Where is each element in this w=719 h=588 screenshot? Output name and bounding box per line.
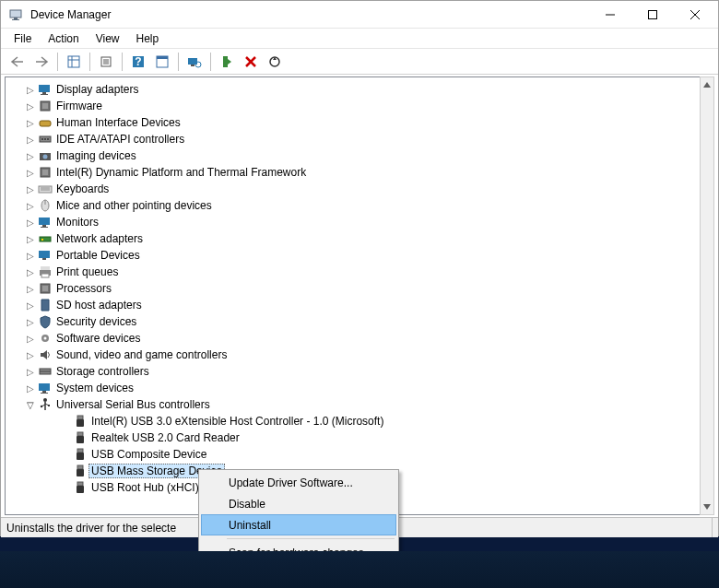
enable-button[interactable] [216, 51, 238, 73]
device-icon [37, 231, 53, 246]
expand-icon[interactable]: ▷ [24, 234, 37, 244]
maximize-button[interactable] [631, 1, 674, 29]
expand-icon[interactable]: ▷ [24, 251, 37, 261]
ctx-uninstall[interactable]: Uninstall [201, 514, 396, 535]
ctx-disable[interactable]: Disable [201, 493, 396, 514]
expand-icon[interactable]: ▷ [24, 334, 37, 344]
update-driver-button[interactable] [264, 51, 286, 73]
svg-rect-76 [77, 469, 84, 476]
properties-button[interactable] [95, 51, 117, 73]
expand-icon[interactable]: ▷ [24, 300, 37, 311]
svg-rect-77 [77, 482, 83, 486]
tree-category-usb[interactable]: ▽Universal Serial Bus controllers [6, 396, 701, 413]
expand-icon[interactable]: ▷ [24, 350, 37, 360]
tree-label: Portable Devices [53, 248, 143, 263]
tree-category[interactable]: ▷Keyboards [6, 181, 701, 197]
svg-rect-68 [48, 405, 50, 406]
svg-rect-51 [41, 266, 50, 270]
minimize-button[interactable] [589, 1, 631, 29]
tree-category[interactable]: ▷Imaging devices [6, 147, 701, 164]
svg-rect-62 [41, 393, 48, 394]
tree-label: System devices [53, 381, 136, 395]
menu-help[interactable]: Help [129, 30, 167, 47]
tree-category[interactable]: ▷Processors [6, 280, 701, 297]
svg-rect-53 [41, 274, 49, 277]
expand-icon[interactable]: ▷ [24, 101, 37, 112]
taskbar[interactable] [0, 551, 719, 588]
tree-category[interactable]: ▷Human Interface Devices [6, 114, 701, 131]
tree-category[interactable]: ▷Monitors [6, 214, 701, 230]
svg-rect-38 [42, 170, 48, 175]
svg-rect-74 [77, 453, 84, 460]
tree-category[interactable]: ▷SD host adapters [6, 297, 701, 313]
expand-icon[interactable]: ▷ [24, 317, 37, 327]
scroll-down-button[interactable] [701, 500, 713, 514]
expand-icon[interactable]: ▷ [24, 184, 37, 194]
usb-device-icon [72, 480, 88, 495]
menu-view[interactable]: View [88, 30, 127, 47]
scroll-up-button[interactable] [701, 77, 713, 92]
svg-point-67 [41, 406, 42, 407]
forward-button[interactable] [30, 51, 53, 73]
tree-category[interactable]: ▷Intel(R) Dynamic Platform and Thermal F… [6, 164, 701, 181]
show-hide-tree-button[interactable] [63, 51, 85, 73]
tree-category[interactable]: ▷Network adapters [6, 230, 701, 247]
scan-hardware-button[interactable] [183, 51, 206, 73]
tree-category[interactable]: ▷Firmware [6, 98, 701, 114]
device-tree[interactable]: ▷Display adapters▷Firmware▷Human Interfa… [5, 76, 701, 515]
toolbar-separator [210, 53, 211, 71]
svg-rect-50 [42, 258, 46, 260]
action-button[interactable] [151, 51, 173, 73]
device-icon [37, 148, 53, 163]
tree-category[interactable]: ▷Security devices [6, 313, 701, 330]
expand-icon[interactable]: ▷ [24, 267, 37, 277]
expand-icon[interactable]: ▷ [24, 118, 37, 128]
svg-rect-21 [223, 56, 228, 67]
tree-label: Software devices [53, 331, 143, 346]
svg-rect-75 [77, 465, 83, 469]
tree-category[interactable]: ▷Software devices [6, 330, 701, 347]
collapse-icon[interactable]: ▽ [24, 400, 37, 410]
tree-category[interactable]: ▷Display adapters [6, 81, 701, 98]
svg-rect-61 [42, 391, 46, 393]
tree-category[interactable]: ▷Storage controllers [6, 363, 701, 380]
expand-icon[interactable]: ▷ [24, 284, 37, 294]
close-button[interactable] [674, 1, 716, 29]
svg-text:?: ? [135, 55, 141, 68]
tree-item-usb-device[interactable]: USB Composite Device [6, 446, 701, 463]
tree-category[interactable]: ▷System devices [6, 380, 701, 396]
expand-icon[interactable]: ▷ [24, 151, 37, 161]
tree-item-usb-device[interactable]: Intel(R) USB 3.0 eXtensible Host Control… [6, 413, 701, 429]
tree-category[interactable]: ▷Print queues [6, 264, 701, 280]
svg-point-57 [44, 337, 47, 340]
tree-category[interactable]: ▷Portable Devices [6, 247, 701, 264]
expand-icon[interactable]: ▷ [24, 367, 37, 377]
tree-label: Keyboards [53, 182, 112, 196]
help-button[interactable]: ? [127, 51, 149, 73]
vertical-scrollbar[interactable] [700, 76, 714, 515]
expand-icon[interactable]: ▷ [24, 135, 37, 145]
uninstall-button[interactable] [240, 51, 262, 73]
status-text: Uninstalls the driver for the selecte [6, 522, 176, 535]
expand-icon[interactable]: ▷ [24, 383, 37, 394]
device-icon [37, 331, 53, 346]
svg-point-33 [44, 138, 46, 140]
expand-icon[interactable]: ▷ [24, 201, 37, 211]
tree-label: Intel(R) USB 3.0 eXtensible Host Control… [88, 414, 386, 429]
tree-item-usb-device[interactable]: Realtek USB 2.0 Card Reader [6, 429, 701, 446]
back-button[interactable] [6, 51, 29, 73]
tree-category[interactable]: ▷Mice and other pointing devices [6, 197, 701, 214]
expand-icon[interactable]: ▷ [24, 85, 37, 95]
tree-category[interactable]: ▷Sound, video and game controllers [6, 347, 701, 363]
tree-label: Universal Serial Bus controllers [53, 397, 213, 412]
menu-action[interactable]: Action [41, 30, 86, 47]
menu-file[interactable]: File [6, 30, 39, 47]
toolbar-separator [57, 53, 58, 71]
tree-category[interactable]: ▷IDE ATA/ATAPI controllers [6, 131, 701, 147]
toolbar: ? [1, 49, 718, 75]
svg-rect-44 [39, 218, 50, 225]
expand-icon[interactable]: ▷ [24, 168, 37, 178]
expand-icon[interactable]: ▷ [24, 218, 37, 228]
tree-label: Firmware [53, 99, 105, 113]
ctx-update-driver[interactable]: Update Driver Software... [201, 472, 396, 493]
